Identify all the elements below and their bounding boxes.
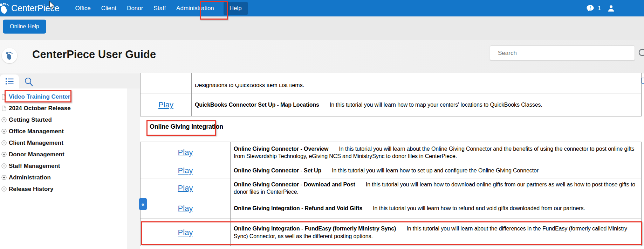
- play-link[interactable]: Play: [178, 148, 193, 157]
- footprint-icon: [0, 2, 11, 15]
- sidebar-item-staff-management[interactable]: Staff Management: [0, 160, 127, 172]
- expand-plus-icon[interactable]: [0, 175, 7, 180]
- sidebar-content-divider: [127, 88, 140, 249]
- sidebar-item-label: 2024 October Release: [9, 105, 71, 112]
- play-link[interactable]: Play: [178, 166, 193, 175]
- table-row: Play Online Giving Connector - OverviewI…: [141, 142, 641, 163]
- top-navbar: CenterPiece Office Client Donor Staff Ad…: [0, 0, 644, 16]
- tutorial-title: QuickBooks Connector Set Up - Map Locati…: [195, 102, 319, 108]
- tutorial-title: Online Giving Integration - FundEasy (fo…: [234, 226, 396, 232]
- section-heading: Online Giving Integration: [150, 123, 223, 130]
- sidebar-item-video-training-center[interactable]: Video Training Center: [0, 91, 127, 102]
- sidebar-item-client-management[interactable]: Client Management: [0, 137, 127, 149]
- sidebar-item-label: Donor Management: [9, 151, 64, 158]
- menu-client[interactable]: Client: [96, 1, 122, 15]
- expand-plus-icon[interactable]: [0, 129, 7, 134]
- table-row: Play Online Giving Integration - Refund …: [141, 198, 641, 219]
- toc-list-icon: [5, 78, 14, 85]
- menu-administration[interactable]: Administration: [171, 1, 219, 15]
- print-icon[interactable]: [642, 78, 644, 84]
- sidebar-item-label: Staff Management: [9, 163, 60, 170]
- menu-donor[interactable]: Donor: [122, 1, 148, 15]
- tutorial-title: Online Giving Integration - Refund and V…: [234, 205, 362, 211]
- sidebar-item-label: Video Training Center: [9, 93, 70, 100]
- guide-logo-badge: [2, 48, 17, 63]
- online-help-button[interactable]: Online Help: [3, 20, 46, 34]
- mouse-cursor: [48, 1, 56, 12]
- play-link[interactable]: Play: [178, 204, 193, 213]
- expand-plus-icon[interactable]: [0, 186, 7, 192]
- sidebar-item-label: Administration: [9, 174, 51, 181]
- notification-bubble-icon[interactable]: !: [586, 4, 595, 13]
- sidebar-item-2024-october-release[interactable]: 2024 October Release: [0, 102, 127, 114]
- tutorial-description: In this tutorial you will learn how to m…: [330, 102, 542, 108]
- navbar-right-icons: ! 1: [586, 0, 615, 16]
- table-row: Play Online Giving Connector - Download …: [141, 178, 641, 198]
- tutorial-description: In this tutorial you will learn how to r…: [373, 205, 585, 211]
- tutorial-title: Online Giving Connector - Download and P…: [234, 182, 355, 187]
- tutorial-title: Online Giving Connector - Overview: [234, 146, 328, 152]
- main-menu: Office Client Donor Staff Administration…: [70, 1, 248, 15]
- sidebar-item-donor-management[interactable]: Donor Management: [0, 149, 127, 160]
- play-cell: [141, 73, 192, 93]
- collapse-sidebar-button[interactable]: «: [139, 198, 147, 210]
- menu-help[interactable]: Help: [224, 2, 248, 15]
- search-box: [490, 45, 635, 61]
- guide-header: CenterPiece User Guide: [0, 40, 644, 73]
- search-icon[interactable]: [638, 48, 644, 58]
- sidebar-item-administration[interactable]: Administration: [0, 172, 127, 183]
- expand-plus-icon[interactable]: [0, 163, 7, 169]
- clipped-text: Designations to QuickBooks Item List ite…: [195, 84, 638, 89]
- toc-tree: Video Training Center 2024 October Relea…: [0, 91, 127, 195]
- tutorial-description: In this tutorial you will learn how to s…: [332, 168, 539, 173]
- play-link[interactable]: Play: [158, 100, 173, 109]
- page-icon: [0, 106, 7, 111]
- table-row: Play QuickBooks Connector Set Up - Map L…: [141, 93, 641, 116]
- tutorial-title: Online Giving Connector - Set Up: [234, 168, 321, 173]
- sidebar-item-label: Getting Started: [9, 116, 52, 123]
- menu-staff[interactable]: Staff: [148, 1, 171, 15]
- tab-contents[interactable]: [0, 74, 19, 88]
- expand-plus-icon[interactable]: [0, 140, 7, 145]
- table-row-fundeasy: Play Online Giving Integration - FundEas…: [141, 219, 641, 246]
- expand-plus-icon[interactable]: [0, 152, 7, 157]
- search-icon: [24, 77, 33, 86]
- search-input[interactable]: [490, 46, 635, 60]
- sidebar-item-getting-started[interactable]: Getting Started: [0, 114, 127, 126]
- menu-office[interactable]: Office: [70, 1, 96, 15]
- page-icon: [0, 94, 7, 100]
- expand-plus-icon[interactable]: [0, 117, 7, 122]
- sidebar-item-release-history[interactable]: Release History: [0, 183, 127, 195]
- user-profile-icon[interactable]: [607, 4, 615, 13]
- table-row: Play Online Giving Connector - Set UpIn …: [141, 163, 641, 178]
- footprint-icon: [5, 51, 14, 61]
- tab-search[interactable]: [20, 74, 37, 88]
- play-link[interactable]: Play: [178, 184, 193, 193]
- notification-count: 1: [598, 5, 601, 12]
- table-row-clipped: Designations to QuickBooks Item List ite…: [141, 73, 641, 93]
- sidebar-item-office-management[interactable]: Office Management: [0, 126, 127, 137]
- online-giving-tutorial-table: Play Online Giving Connector - OverviewI…: [140, 142, 642, 246]
- sidebar-item-label: Client Management: [9, 140, 63, 147]
- clipped-description-cell: Designations to QuickBooks Item List ite…: [192, 73, 641, 93]
- svg-text:!: !: [590, 6, 591, 10]
- sidebar-item-label: Release History: [9, 186, 54, 193]
- secondary-toolbar: Online Help: [0, 16, 644, 40]
- play-link[interactable]: Play: [178, 228, 193, 237]
- sidebar-item-label: Office Management: [9, 128, 64, 135]
- page-title: CenterPiece User Guide: [32, 48, 156, 61]
- quickbooks-tutorial-table: Designations to QuickBooks Item List ite…: [140, 73, 642, 116]
- sidebar-tabstrip: [0, 73, 140, 88]
